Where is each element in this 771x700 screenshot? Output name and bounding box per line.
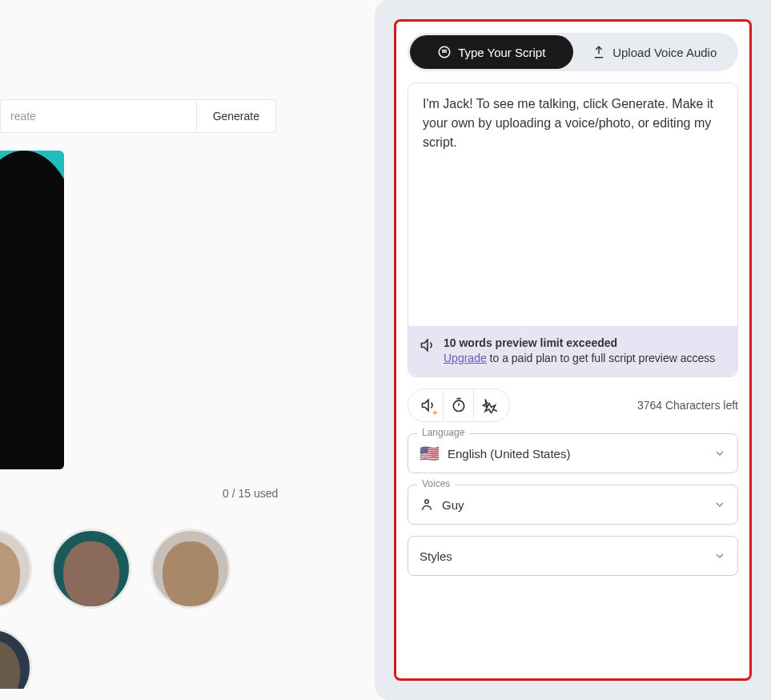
tab-type-script[interactable]: Type Your Script (410, 35, 573, 69)
styles-value: Styles (420, 549, 452, 563)
main-avatar-preview (0, 151, 64, 469)
styles-group: Styles (408, 536, 738, 576)
input-mode-tabs: Type Your Script Upload Voice Audio (408, 33, 738, 71)
preview-audio-button[interactable]: ✦ (413, 390, 444, 420)
prompt-bar: reate Generate (0, 99, 276, 133)
prompt-input[interactable]: reate (1, 100, 196, 132)
characters-remaining: 3764 Characters left (637, 399, 738, 412)
generate-button[interactable]: Generate (196, 100, 275, 132)
chevron-down-icon (713, 447, 726, 460)
script-container: I'm Jack! To see me talking, click Gener… (408, 82, 738, 377)
avatar-selector[interactable] (0, 521, 280, 689)
language-label: Language (417, 427, 469, 438)
chevron-down-icon (713, 498, 726, 511)
avatar-thumb-3[interactable] (151, 529, 231, 609)
upgrade-link[interactable]: Upgrade (444, 352, 487, 364)
tab-upload-audio[interactable]: Upload Voice Audio (573, 35, 737, 69)
usage-counter: 0 / 15 used (223, 487, 278, 500)
avatar-thumb-1[interactable] (0, 529, 32, 609)
voices-select[interactable]: Guy (408, 485, 738, 525)
left-panel: reate Generate 0 / 15 used (0, 0, 344, 700)
warning-text: 10 words preview limit exceeded Upgrade … (444, 336, 715, 367)
warning-title: 10 words preview limit exceeded (444, 336, 715, 352)
language-group: Language 🇺🇸 English (United States) (408, 433, 738, 473)
effects-button[interactable] (474, 390, 504, 420)
script-toolbar: ✦ 3764 Characters left (408, 388, 738, 422)
language-select[interactable]: 🇺🇸 English (United States) (408, 433, 738, 473)
sparkle-icon: ✦ (432, 408, 438, 417)
tool-pill: ✦ (408, 388, 510, 422)
language-value: English (United States) (448, 447, 570, 461)
person-icon (420, 497, 434, 512)
upload-icon (592, 45, 606, 59)
script-panel: Type Your Script Upload Voice Audio I'm … (375, 0, 771, 700)
avatar-thumb-2[interactable] (51, 529, 131, 609)
preview-limit-warning: 10 words preview limit exceeded Upgrade … (408, 326, 737, 376)
tab-label: Type Your Script (458, 46, 545, 59)
voices-group: Voices Guy (408, 485, 738, 525)
script-panel-inner: Type Your Script Upload Voice Audio I'm … (394, 19, 752, 681)
chevron-down-icon (713, 549, 726, 562)
timer-button[interactable] (444, 390, 474, 420)
chat-icon (437, 45, 452, 59)
svg-point-2 (425, 500, 429, 504)
speaker-icon (420, 337, 436, 367)
styles-select[interactable]: Styles (408, 536, 738, 576)
voices-value: Guy (442, 498, 464, 512)
script-textarea[interactable]: I'm Jack! To see me talking, click Gener… (408, 83, 737, 326)
warning-rest: to a paid plan to get full script previe… (487, 352, 716, 364)
avatar-figure (0, 151, 64, 469)
avatar-thumb-4[interactable] (0, 628, 32, 689)
tab-label: Upload Voice Audio (612, 46, 717, 59)
flag-icon: 🇺🇸 (420, 444, 440, 463)
voices-label: Voices (417, 478, 455, 489)
